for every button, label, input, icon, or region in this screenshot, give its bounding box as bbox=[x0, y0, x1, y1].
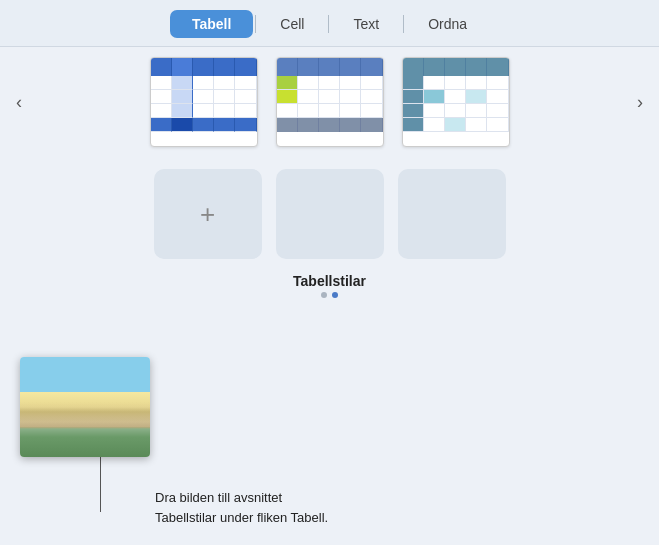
header-cell bbox=[214, 58, 235, 76]
body-row bbox=[277, 104, 383, 118]
dot-1 bbox=[321, 292, 327, 298]
main-panel: ‹ bbox=[0, 47, 659, 545]
pagination-dots bbox=[0, 292, 659, 298]
style-card-empty-1[interactable] bbox=[276, 169, 384, 259]
header-cell bbox=[151, 58, 172, 76]
table-style-green[interactable] bbox=[276, 57, 384, 147]
tab-separator-3 bbox=[403, 15, 404, 33]
body-row bbox=[277, 76, 383, 90]
photo-thumbnail[interactable] bbox=[20, 357, 150, 457]
body-row bbox=[151, 104, 257, 118]
thumbnails-row: ‹ bbox=[0, 47, 659, 157]
callout-line bbox=[100, 452, 101, 512]
add-style-card[interactable]: + bbox=[154, 169, 262, 259]
body-row bbox=[403, 76, 509, 90]
header-cell bbox=[193, 58, 214, 76]
tab-text[interactable]: Text bbox=[331, 10, 401, 38]
body-row-last bbox=[151, 118, 257, 132]
callout-line-container bbox=[80, 449, 103, 512]
header-cell bbox=[235, 58, 256, 76]
tab-tabell[interactable]: Tabell bbox=[170, 10, 253, 38]
style-cards-row: + bbox=[0, 157, 659, 269]
prev-arrow[interactable]: ‹ bbox=[10, 88, 28, 117]
tab-bar: Tabell Cell Text Ordna bbox=[0, 0, 659, 47]
body-row bbox=[277, 90, 383, 104]
tab-separator-2 bbox=[328, 15, 329, 33]
dot-2 bbox=[332, 292, 338, 298]
tab-cell[interactable]: Cell bbox=[258, 10, 326, 38]
body-row bbox=[403, 90, 509, 104]
instruction-text: Dra bilden till avsnittet Tabellstilar u… bbox=[155, 488, 328, 527]
body-row bbox=[151, 76, 257, 90]
body-row bbox=[403, 104, 509, 118]
body-row bbox=[403, 118, 509, 132]
style-card-empty-2[interactable] bbox=[398, 169, 506, 259]
footer-row bbox=[277, 118, 383, 132]
instruction-line1: Dra bilden till avsnittet bbox=[155, 490, 282, 505]
section-title-row: Tabellstilar bbox=[0, 273, 659, 298]
header-cell bbox=[172, 58, 193, 76]
table-style-teal[interactable] bbox=[402, 57, 510, 147]
section-title: Tabellstilar bbox=[0, 273, 659, 289]
tab-separator-1 bbox=[255, 15, 256, 33]
instruction-line2: Tabellstilar under fliken Tabell. bbox=[155, 510, 328, 525]
table-style-blue[interactable] bbox=[150, 57, 258, 147]
beach-image bbox=[20, 357, 150, 457]
body-row bbox=[151, 90, 257, 104]
tab-ordna[interactable]: Ordna bbox=[406, 10, 489, 38]
next-arrow[interactable]: › bbox=[631, 88, 649, 117]
